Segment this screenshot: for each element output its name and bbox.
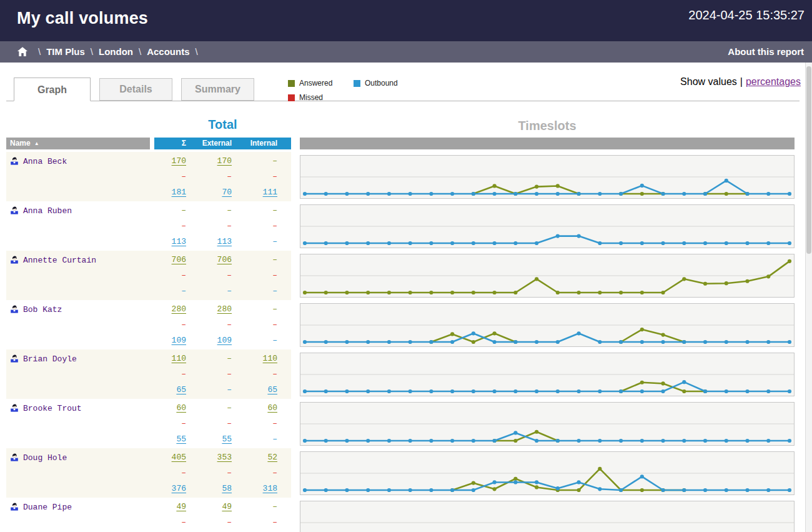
missed-values-row: –––: [154, 271, 291, 280]
about-this-report-link[interactable]: About this report: [728, 46, 804, 57]
value-link[interactable]: 111: [245, 188, 291, 197]
breadcrumb-item-tim-plus[interactable]: TIM Plus: [46, 46, 85, 57]
value-link[interactable]: 55: [200, 434, 245, 444]
timeslot-chart: [300, 254, 795, 298]
timeslot-chart-canvas: [300, 501, 794, 532]
answered-values-row: 40535352: [154, 453, 291, 462]
tab-summary[interactable]: Summary: [181, 78, 254, 101]
answered-values-row: 60–60: [154, 403, 291, 413]
empty-value: –: [154, 468, 200, 478]
value-link[interactable]: 65: [154, 385, 200, 394]
timeslot-chart: [300, 501, 795, 532]
value-link[interactable]: 405: [154, 453, 200, 462]
value-link[interactable]: 280: [154, 304, 200, 314]
person-name-link[interactable]: Brian Doyle: [23, 354, 77, 364]
empty-value: –: [245, 369, 291, 379]
value-link[interactable]: 49: [200, 502, 245, 511]
home-icon[interactable]: [17, 46, 28, 58]
breadcrumb-separator: \: [91, 46, 93, 57]
empty-value: –: [154, 172, 200, 181]
legend-item-outbound: Outbound: [354, 79, 419, 88]
value-link[interactable]: 353: [200, 453, 245, 462]
percentages-link[interactable]: percentages: [746, 76, 801, 87]
value-link[interactable]: 113: [200, 237, 245, 246]
person-name-link[interactable]: Anna Ruben: [23, 206, 72, 216]
value-link[interactable]: 109: [200, 336, 245, 345]
timeslot-chart: [300, 155, 795, 199]
person-name-link[interactable]: Doug Hole: [23, 453, 67, 463]
value-link[interactable]: 109: [154, 336, 200, 345]
value-link[interactable]: 58: [200, 484, 245, 493]
table-row: Annette Curtain 706706– ––– –––: [0, 251, 812, 300]
vertical-scrollbar[interactable]: [805, 63, 812, 532]
timeslot-chart-canvas: [300, 403, 794, 445]
totals-cells: 280280– ––– 109109–: [154, 300, 291, 349]
value-link[interactable]: 376: [154, 484, 200, 493]
totals-cells: 170170– ––– 18170111: [154, 152, 291, 201]
scrollbar-thumb[interactable]: [806, 66, 811, 254]
empty-value: –: [154, 419, 200, 428]
empty-value: –: [154, 369, 200, 379]
empty-value: –: [200, 221, 245, 231]
sigma-column-header[interactable]: Σ: [154, 138, 200, 149]
tab-graph[interactable]: Graph: [14, 78, 91, 101]
app-header: My call volumes 2024-04-25 15:35:27: [0, 0, 812, 41]
value-link[interactable]: 170: [200, 156, 245, 166]
value-link[interactable]: 113: [154, 237, 200, 246]
legend-item-missed: Missed: [288, 93, 354, 102]
empty-value: –: [245, 336, 291, 345]
breadcrumb-item-accounts[interactable]: Accounts: [147, 46, 189, 57]
empty-value: –: [154, 221, 200, 231]
value-link[interactable]: 280: [200, 304, 245, 314]
value-link[interactable]: 110: [154, 354, 200, 363]
value-link[interactable]: 181: [154, 188, 200, 197]
show-values-separator: |: [740, 76, 743, 87]
person-name-link[interactable]: Duane Pipe: [23, 503, 72, 512]
outbound-values-row: 37658318: [154, 484, 291, 493]
empty-value: –: [245, 518, 291, 527]
value-link[interactable]: 706: [200, 255, 245, 264]
tab-details[interactable]: Details: [99, 78, 172, 101]
timeslot-chart-canvas: [300, 254, 794, 297]
person-avatar-icon: [10, 453, 19, 461]
person-name-link[interactable]: Brooke Trout: [23, 404, 82, 413]
person-avatar-icon: [10, 502, 19, 511]
value-link[interactable]: 49: [154, 502, 200, 511]
value-link[interactable]: 318: [245, 484, 291, 493]
external-column-header[interactable]: External: [200, 138, 245, 149]
person-name-link[interactable]: Anna Beck: [23, 157, 67, 166]
empty-value: –: [154, 206, 200, 215]
outbound-values-row: 18170111: [154, 188, 291, 197]
totals-cells: 4949– –––: [154, 498, 291, 532]
empty-value: –: [245, 221, 291, 231]
value-link[interactable]: 65: [245, 385, 291, 394]
value-link[interactable]: 70: [200, 188, 245, 197]
value-link[interactable]: 60: [154, 403, 200, 413]
value-link[interactable]: 170: [154, 156, 200, 166]
timeslot-chart: [300, 353, 795, 396]
timeslot-chart-canvas: [300, 452, 794, 494]
breadcrumb-item-london[interactable]: London: [99, 46, 133, 57]
name-column-header[interactable]: Name▲: [6, 138, 150, 149]
value-link[interactable]: 706: [154, 255, 200, 264]
empty-value: –: [200, 518, 245, 527]
breadcrumb: \TIM Plus\London\Accounts\: [32, 46, 204, 57]
person-name-link[interactable]: Bob Katz: [23, 305, 62, 314]
legend-swatch-answered: [288, 80, 295, 87]
empty-value: –: [245, 304, 291, 314]
empty-value: –: [200, 468, 245, 478]
legend-label: Missed: [299, 93, 323, 102]
person-name-link[interactable]: Annette Curtain: [23, 256, 96, 265]
value-link[interactable]: 55: [154, 434, 200, 444]
empty-value: –: [245, 434, 291, 444]
value-link[interactable]: 110: [245, 354, 291, 363]
person-avatar-icon: [10, 403, 19, 412]
totals-cells: 40535352 ––– 37658318: [154, 448, 291, 498]
empty-value: –: [200, 354, 245, 363]
breadcrumb-bar: \TIM Plus\London\Accounts\ About this re…: [0, 41, 812, 63]
value-link[interactable]: 60: [245, 403, 291, 413]
answered-values-row: 4949–: [154, 502, 291, 511]
internal-column-header[interactable]: Internal: [245, 138, 291, 149]
totals-cells: 706706– ––– –––: [154, 251, 291, 300]
value-link[interactable]: 52: [245, 453, 291, 462]
